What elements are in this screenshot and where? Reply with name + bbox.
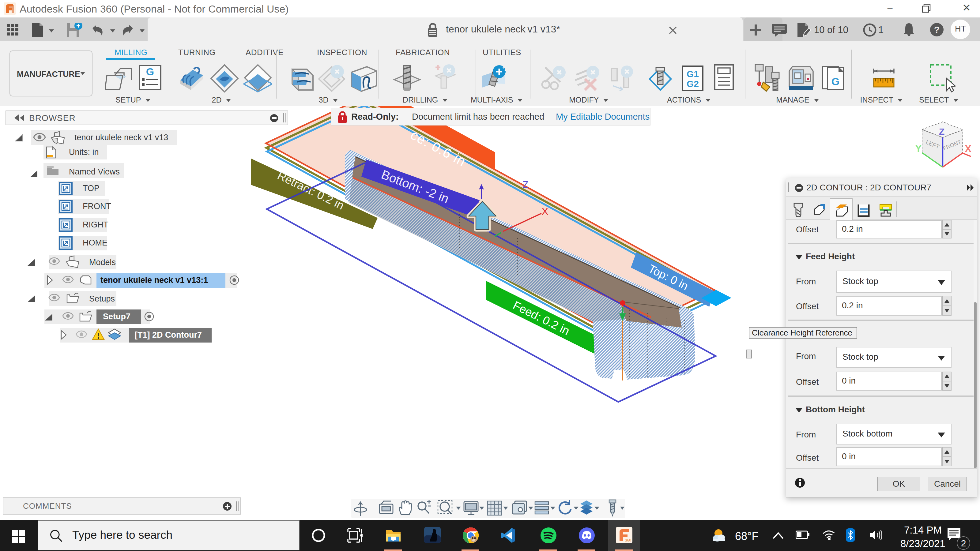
svg-text:G: G — [832, 76, 840, 87]
svg-text:360: 360 — [625, 538, 631, 542]
svg-text:G2: G2 — [687, 79, 699, 89]
svg-text:Y: Y — [915, 143, 922, 154]
svg-text:G: G — [146, 66, 154, 78]
svg-text:Z: Z — [522, 179, 528, 190]
svg-text:X: X — [965, 143, 971, 154]
svg-text:X: X — [541, 205, 549, 217]
svg-text:G1: G1 — [687, 69, 699, 79]
svg-text:Z: Z — [939, 126, 945, 137]
svg-text:?: ? — [934, 24, 940, 35]
